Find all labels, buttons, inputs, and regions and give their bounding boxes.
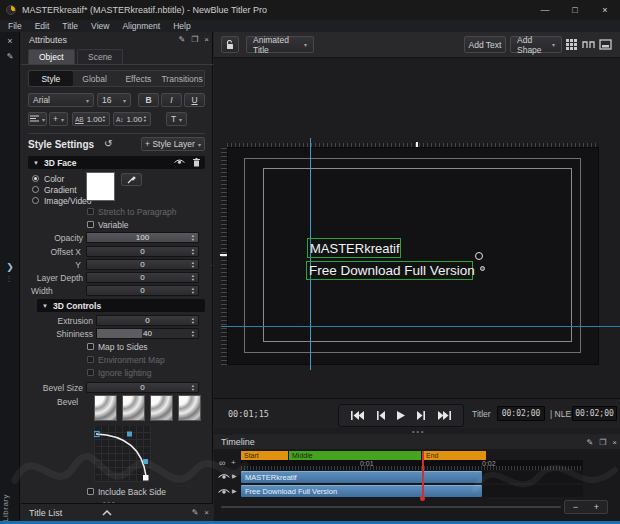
subtab-transitions[interactable]: Transitions — [160, 71, 204, 86]
reset-style-icon[interactable]: ↺ — [104, 138, 112, 149]
maximize-button[interactable]: □ — [560, 0, 590, 20]
subtab-style[interactable]: Style — [29, 71, 73, 86]
rail-grip-dots[interactable]: ⋮ — [0, 275, 20, 283]
chevron-up-icon[interactable] — [102, 510, 112, 516]
tab-scene[interactable]: Scene — [77, 49, 123, 64]
anchor-handle[interactable] — [480, 266, 485, 271]
timeline-popout-icon[interactable]: ❐ — [599, 438, 606, 447]
trash-icon[interactable] — [193, 158, 200, 167]
link-keyframes-icon[interactable]: ∞ — [219, 458, 225, 468]
font-size-select[interactable]: 16▾ — [97, 93, 131, 107]
add-text-button[interactable]: Add Text — [464, 36, 506, 53]
segment-start[interactable]: Start — [241, 451, 288, 460]
italic-button[interactable]: I — [161, 93, 182, 107]
font-family-select[interactable]: Arial▾ — [28, 93, 94, 107]
leading-spinner[interactable]: A↕ 1.00 ▴▾ — [113, 112, 151, 126]
zoom-in-button[interactable]: + — [586, 501, 607, 513]
add-style-layer-button[interactable]: + Style Layer▾ — [141, 137, 205, 151]
clip-text-2[interactable]: Free Download Full Version — [241, 485, 482, 497]
opacity-slider[interactable]: 100▴▾ — [86, 232, 199, 243]
go-to-start-button[interactable] — [351, 411, 364, 420]
playhead[interactable] — [422, 451, 424, 498]
add-shape-button[interactable]: Add Shape▾ — [510, 36, 562, 53]
visibility-eye-icon[interactable] — [174, 159, 185, 166]
face-color-swatch[interactable] — [86, 172, 115, 201]
timeline-close-icon[interactable]: × — [612, 438, 617, 447]
lock-button[interactable] — [221, 36, 239, 53]
bold-button[interactable]: B — [138, 93, 159, 107]
segment-end[interactable]: End — [423, 451, 486, 460]
menu-help[interactable]: Help — [173, 21, 190, 31]
track2-visibility-eye-icon[interactable] — [218, 488, 230, 496]
face-section-header[interactable]: ▼ 3D Face — [28, 156, 205, 169]
segment-middle[interactable]: Middle — [289, 451, 421, 460]
tracking-spinner[interactable]: AB 1.00 ▴▾ — [72, 112, 110, 126]
variable-checkbox[interactable] — [87, 221, 94, 228]
layer-depth-field[interactable]: 0▴▾ — [86, 272, 199, 283]
timeline-ruler[interactable] — [241, 460, 583, 470]
clip-text-1[interactable]: MASTERkreatif — [241, 471, 482, 483]
eyedropper-button[interactable] — [121, 173, 142, 186]
next-frame-button[interactable] — [417, 411, 425, 420]
background-toggle-button[interactable] — [599, 38, 612, 51]
radio-gradient[interactable] — [32, 186, 39, 193]
radio-image-video[interactable] — [32, 197, 39, 204]
bevel-size-field[interactable]: 0▴▾ — [86, 382, 199, 393]
canvas-text-1[interactable]: MASTERkreatif — [307, 238, 401, 258]
include-back-side-checkbox[interactable] — [87, 488, 94, 495]
radio-color[interactable] — [32, 175, 39, 182]
offset-x-field[interactable]: 0▴▾ — [86, 246, 199, 257]
menu-title[interactable]: Title — [62, 21, 78, 31]
stretch-paragraph-checkbox[interactable] — [87, 208, 94, 215]
width-field[interactable]: 0▴▾ — [86, 285, 199, 296]
map-to-sides-checkbox[interactable] — [87, 343, 94, 350]
bevel-curve-editor[interactable] — [94, 426, 151, 482]
offset-y-field[interactable]: 0▴▾ — [86, 259, 199, 270]
track1-visibility-eye-icon[interactable] — [218, 473, 230, 481]
menu-file[interactable]: File — [8, 21, 22, 31]
bevel-preset-1[interactable] — [94, 395, 117, 421]
subtab-effects[interactable]: Effects — [117, 71, 161, 86]
insert-button[interactable]: +▾ — [49, 112, 68, 126]
timeline-hscrollbar[interactable] — [221, 506, 561, 508]
bevel-preset-3[interactable] — [150, 395, 173, 421]
ignore-lighting-checkbox[interactable] — [87, 369, 94, 376]
rotate-handle[interactable] — [475, 252, 483, 260]
environment-map-checkbox[interactable] — [87, 356, 94, 363]
grid-view-button[interactable] — [565, 38, 578, 51]
panel-expand-chevron-icon[interactable]: ❯ — [0, 262, 20, 272]
close-button[interactable]: × — [590, 0, 620, 20]
minimize-button[interactable]: — — [530, 0, 560, 20]
bevel-preset-2[interactable] — [122, 395, 145, 421]
text-options-button[interactable]: T▾ — [166, 112, 187, 126]
canvas-text-2[interactable]: Free Download Full Version — [306, 261, 473, 280]
play-button[interactable] — [397, 411, 405, 420]
horizontal-guide[interactable] — [221, 326, 620, 327]
track1-expand-icon[interactable]: ▶ — [232, 472, 237, 479]
bevel-preset-4[interactable] — [178, 395, 201, 421]
menu-edit[interactable]: Edit — [35, 21, 50, 31]
shininess-slider[interactable]: 40▴▾ — [96, 328, 199, 339]
subtab-global[interactable]: Global — [73, 71, 117, 86]
preview-stage[interactable]: MASTERkreatif Free Download Full Version — [214, 58, 620, 398]
title-list-close-icon[interactable]: × — [204, 508, 209, 517]
add-track-icon[interactable]: + — [231, 458, 236, 467]
attributes-close-icon[interactable]: × — [204, 35, 209, 44]
underline-button[interactable]: U — [184, 93, 205, 107]
template-select[interactable]: Animated Title▾ — [246, 36, 314, 53]
zoom-out-button[interactable]: − — [565, 501, 586, 513]
title-list-bar[interactable]: Title List ✎× — [21, 503, 213, 521]
attributes-popout-icon[interactable]: ❐ — [191, 35, 198, 44]
align-left-button[interactable]: ▾ — [28, 112, 47, 126]
previous-frame-button[interactable] — [377, 411, 385, 420]
track2-expand-icon[interactable]: ▶ — [232, 487, 237, 494]
extrusion-field[interactable]: 0▴▾ — [96, 315, 199, 326]
safe-margins-button[interactable] — [582, 38, 595, 51]
nle-duration-field[interactable]: 00:02;00 — [572, 406, 617, 421]
rail-pen-icon[interactable]: ✎ — [0, 52, 20, 61]
go-to-end-button[interactable] — [438, 411, 451, 420]
playhead-handle[interactable] — [420, 496, 425, 501]
attributes-pen-icon[interactable]: ✎ — [178, 35, 185, 44]
library-tab[interactable]: Library — [1, 494, 15, 522]
titler-duration-field[interactable]: 00:02;00 — [497, 406, 545, 421]
